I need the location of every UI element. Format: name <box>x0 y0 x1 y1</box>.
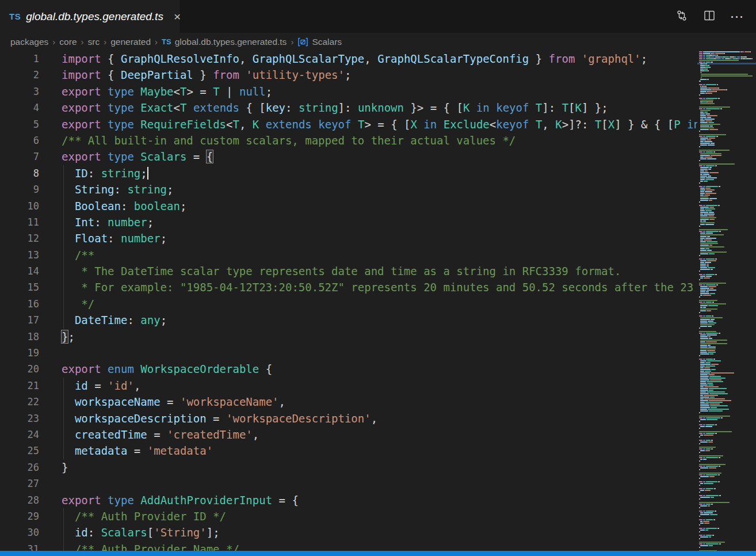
code-line[interactable]: 29 /** Auth Provider ID */ <box>0 508 697 524</box>
code-token <box>134 118 140 131</box>
open-changes-button[interactable] <box>672 7 692 26</box>
code-line[interactable]: 5export type RequireFields<T, K extends … <box>0 116 697 132</box>
code-line[interactable]: 2import { DeepPartial } from 'utility-ty… <box>0 67 697 83</box>
code-line[interactable]: 27 <box>0 475 697 492</box>
code-line[interactable]: 13 /** <box>0 247 697 263</box>
code-token: K <box>463 101 469 114</box>
code-token <box>312 118 318 131</box>
breadcrumb-item-src[interactable]: src <box>88 37 100 47</box>
code-line[interactable]: 10 Boolean: boolean; <box>0 198 697 214</box>
code-area[interactable]: 1import { GraphQLResolveInfo, GraphQLSca… <box>0 51 697 556</box>
minimap-token <box>699 524 700 525</box>
breadcrumb-item-packages[interactable]: packages <box>10 37 48 47</box>
code-line-content: export type RequireFields<T, K extends k… <box>62 116 697 132</box>
minimap-token <box>703 459 707 460</box>
code-token: enum <box>108 363 134 375</box>
code-line[interactable]: 3export type Maybe<T> = T | null; <box>0 83 697 100</box>
code-line[interactable]: 24 createdTime = 'createdTime', <box>0 426 697 443</box>
code-line-content: Int: number; <box>62 214 154 230</box>
code-line-content: String: string; <box>62 181 174 197</box>
minimap-token <box>699 436 700 437</box>
minimap-token <box>700 72 702 73</box>
code-line[interactable]: 28export type AddAuthProviderInput = { <box>0 492 697 508</box>
minimap-token <box>699 108 702 109</box>
code-line[interactable]: 22 workspaceName = 'workspaceName', <box>0 394 697 410</box>
breadcrumb-item-generated[interactable]: generated <box>110 37 151 47</box>
minimap-token <box>709 545 713 546</box>
minimap-token <box>708 286 716 287</box>
minimap-token <box>699 457 702 458</box>
minimap-token <box>700 362 705 363</box>
minimap-token <box>725 56 729 58</box>
code-line[interactable]: 25 metadata = 'metadata' <box>0 443 697 459</box>
code-token: GraphQLResolveInfo <box>121 52 239 65</box>
code-line[interactable]: 12 Float: number; <box>0 230 697 246</box>
code-token: < <box>174 85 180 98</box>
minimap-token <box>704 112 708 113</box>
chevron-right-icon: › <box>291 37 293 47</box>
minimap-token <box>700 215 708 216</box>
minimap-token <box>700 346 708 348</box>
close-tab-button[interactable]: × <box>171 9 183 24</box>
minimap-token <box>703 528 705 529</box>
minimap-token <box>699 473 721 474</box>
code-token: Maybe <box>140 85 173 98</box>
minimap[interactable] <box>697 51 756 556</box>
minimap-token <box>699 359 702 360</box>
minimap-token <box>712 62 713 63</box>
minimap-token <box>709 219 715 220</box>
line-number: 4 <box>0 100 39 116</box>
code-line[interactable]: 26} <box>0 459 697 475</box>
minimap-token <box>705 113 710 115</box>
minimap-token <box>709 198 717 199</box>
code-line[interactable]: 14 * The DateTime scalar type represents… <box>0 263 697 279</box>
code-line[interactable]: 20export enum WorkspaceOrderable { <box>0 361 697 377</box>
code-line[interactable]: 17 DateTime: any; <box>0 312 697 328</box>
minimap-token <box>700 81 701 82</box>
code-line[interactable]: 1import { GraphQLResolveInfo, GraphQLSca… <box>0 51 697 67</box>
minimap-token <box>700 260 707 261</box>
code-token: > = <box>186 85 213 98</box>
code-line[interactable]: 7export type Scalars = { <box>0 148 697 165</box>
minimap-token <box>700 379 709 380</box>
tab-global-db-types-generated-ts[interactable]: TS global.db.types.generated.ts × <box>0 0 180 33</box>
code-token: 'workspaceName' <box>180 395 279 408</box>
code-line[interactable]: 9 String: string; <box>0 181 697 197</box>
code-token: from <box>549 52 575 65</box>
minimap-token <box>699 53 702 54</box>
minimap-token <box>699 502 730 503</box>
code-line[interactable]: 4export type Exact<T extends { [key: str… <box>0 100 697 116</box>
code-line[interactable]: 6/** All built-in and custom scalars, ma… <box>0 132 697 148</box>
code-line[interactable]: 8 ID: string; <box>0 165 697 181</box>
code-line[interactable]: 18}; <box>0 329 697 345</box>
more-actions-button[interactable]: ⋯ <box>727 7 747 26</box>
minimap-token <box>700 341 705 342</box>
code-line[interactable]: 21 id = 'id', <box>0 378 697 394</box>
split-editor-button[interactable] <box>700 7 719 26</box>
minimap-token <box>700 217 716 218</box>
minimap-token <box>699 255 700 256</box>
code-token: [ <box>601 118 608 131</box>
line-number: 29 <box>0 508 39 524</box>
code-line[interactable]: 15 * For example: "1985-04-12T23:20:50.5… <box>0 279 697 295</box>
breadcrumb-item-global-db-types-generated-ts[interactable]: TSglobal.db.types.generated.ts <box>162 37 287 47</box>
breadcrumb-item-core[interactable]: core <box>59 37 77 47</box>
minimap-token <box>700 179 705 180</box>
code-line[interactable]: 30 id: Scalars['String']; <box>0 524 697 540</box>
minimap-token <box>709 403 720 405</box>
breadcrumb-item-scalars[interactable]: Scalars <box>297 37 342 47</box>
code-line-content: import { GraphQLResolveInfo, GraphQLScal… <box>62 51 647 67</box>
minimap-token <box>706 276 712 277</box>
code-line[interactable]: 19 <box>0 345 697 361</box>
code-line[interactable]: 16 */ <box>0 296 697 312</box>
minimap-token <box>715 274 717 275</box>
code-line[interactable]: 23 workspaceDescription = 'workspaceDesc… <box>0 410 697 426</box>
minimap-token <box>699 271 700 272</box>
code-token: keyof <box>318 118 351 131</box>
code-line-content: * The DateTime scalar type represents da… <box>62 263 621 279</box>
code-token: DateTime <box>75 314 128 326</box>
minimap-token <box>706 424 715 425</box>
code-line[interactable]: 11 Int: number; <box>0 214 697 230</box>
line-number: 15 <box>0 279 39 295</box>
minimap-token <box>699 478 700 479</box>
